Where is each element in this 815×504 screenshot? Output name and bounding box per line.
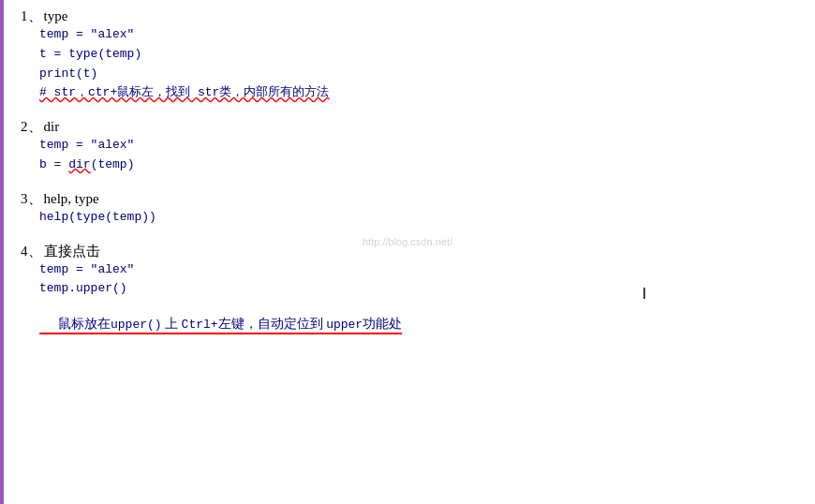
section-4-note-container: 鼠标放在upper() 上 Ctrl+左键，自动定位到 upper功能处 xyxy=(21,308,804,334)
code-line-4-2: temp.upper() xyxy=(21,279,804,299)
note-text-1: 鼠标放在 xyxy=(58,317,111,331)
note-text-3: 左键，自动定位到 xyxy=(218,317,327,331)
section-1: 1、 type temp = "alex" t = type(temp) pri… xyxy=(21,7,804,103)
note-text-4: 功能处 xyxy=(363,317,402,331)
section-3: 3、 help, type help(type(temp)) xyxy=(21,190,804,228)
section-2-number: 2、 xyxy=(21,118,42,136)
section-1-header: 1、 type xyxy=(21,7,804,25)
section-1-title: type xyxy=(44,8,68,24)
section-2-title: dir xyxy=(44,119,60,135)
section-4-number: 4、 xyxy=(21,243,42,260)
section-1-number: 1、 xyxy=(21,7,42,25)
note-text-2: 上 xyxy=(162,317,182,331)
section-4-title: 直接点击 xyxy=(44,243,100,260)
note-upper-2: upper xyxy=(326,318,363,332)
note-ctrl: Ctrl+ xyxy=(182,318,218,332)
code-line-2-1: temp = "alex" xyxy=(21,136,804,156)
left-border-accent xyxy=(0,0,4,504)
section-4-header: 4、 直接点击 xyxy=(21,243,804,260)
code-line-4-1: temp = "alex" xyxy=(21,260,804,280)
note-upper-1: upper() xyxy=(111,318,162,332)
code-line-1-1: temp = "alex" xyxy=(21,25,804,45)
section-3-title: help, type xyxy=(44,191,99,207)
code-line-2-2: b = dir(temp) xyxy=(21,156,804,175)
cursor-ibeam: I xyxy=(643,286,646,303)
code-line-1-4: # str，ctr+鼠标左，找到 str类，内部所有的方法 xyxy=(21,83,804,103)
code-line-1-3: print(t) xyxy=(21,65,804,84)
section-2: 2、 dir temp = "alex" b = dir(temp) xyxy=(21,118,804,175)
code-line-1-2: t = type(temp) xyxy=(21,45,804,65)
section-3-header: 3、 help, type xyxy=(21,190,804,208)
section-3-number: 3、 xyxy=(21,190,42,208)
dir-underline: dir xyxy=(68,157,90,171)
main-content: 1、 type temp = "alex" t = type(temp) pri… xyxy=(11,7,804,334)
section-4-note: 鼠标放在upper() 上 Ctrl+左键，自动定位到 upper功能处 xyxy=(39,316,402,334)
page-container: 1、 type temp = "alex" t = type(temp) pri… xyxy=(0,0,815,504)
section-4: 4、 直接点击 temp = "alex" temp.upper() 鼠标放在u… xyxy=(21,243,804,335)
section-2-header: 2、 dir xyxy=(21,118,804,136)
code-line-3-1: help(type(temp)) xyxy=(21,208,804,228)
